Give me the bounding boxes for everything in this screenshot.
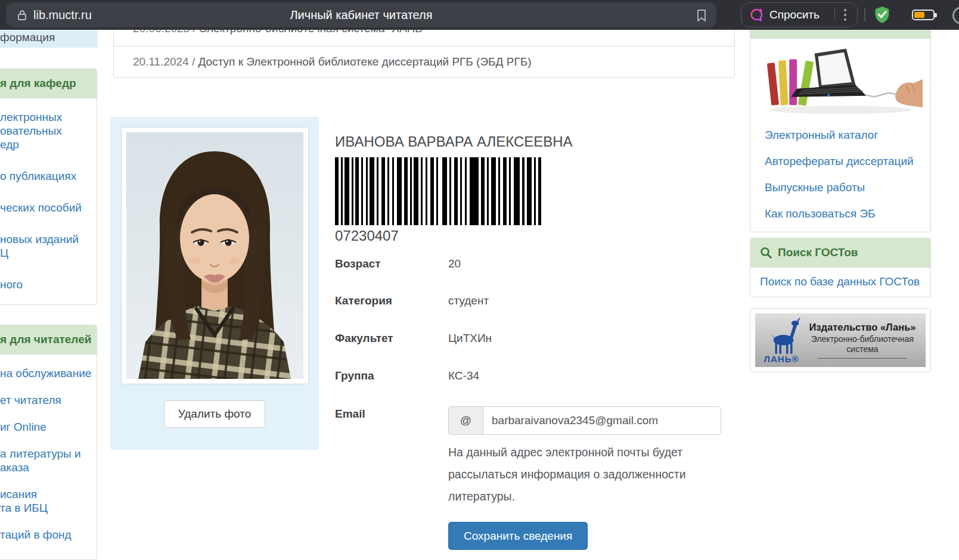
news-title: Доступ к Электронной библиотеке диссерта… [198, 55, 532, 68]
delete-photo-button[interactable]: Удалить фото [164, 400, 265, 428]
news-row[interactable]: 20.11.2024 / Доступ к Электронной библио… [114, 46, 734, 77]
lan-logo: ЛАНЬ® [759, 317, 804, 364]
ask-ai-label: Спросить [769, 8, 820, 21]
field-label-age: Возраст [335, 257, 381, 270]
screen: формация я для кафедр лектронных ователь… [0, 0, 959, 560]
sidebar-item-method-manuals[interactable]: ческих пособий [0, 201, 94, 214]
lan-subtitle: Электронно-библиотечная система [804, 334, 921, 354]
ask-ai-button[interactable]: Спросить [741, 2, 858, 27]
link-e-catalog[interactable]: Электронный каталог [758, 122, 923, 148]
sidebar-header-readers: я для читателей [0, 325, 97, 354]
sidebar-item-new-editions[interactable]: новых изданий Ц [0, 232, 94, 260]
sidebar-item-other[interactable]: ного [0, 278, 94, 291]
profile-avatar-icon[interactable] [952, 7, 959, 24]
browser-toolbar: lib.muctr.ru Личный кабинет читателя Спр… [0, 0, 959, 30]
reader-name: ИВАНОВА ВАРВАРА АЛЕКСЕЕВНА [335, 133, 573, 150]
field-value-group: КС-34 [448, 369, 479, 382]
field-value-category: студент [448, 294, 489, 307]
deer-icon [762, 317, 800, 354]
battery-icon[interactable] [912, 10, 935, 20]
sidebar-item-fund[interactable]: таций в фонд [0, 528, 94, 542]
lan-divider [818, 358, 907, 359]
protect-shield-icon[interactable] [873, 5, 892, 24]
ask-chat-icon [749, 7, 764, 23]
sidebar-header-departments: я для кафедр [0, 69, 97, 98]
page-title: Личный кабинет читателя [6, 8, 716, 22]
news-date: 20.11.2024 / [133, 55, 195, 68]
sidebar-item-reader-card[interactable]: ет читателя [0, 393, 94, 407]
sidebar-item-service[interactable]: на обслуживание [0, 366, 94, 380]
sidebar-item-electronic-resources[interactable]: лектронных овательных едр [0, 110, 94, 151]
laptop-books-image [758, 46, 923, 119]
ask-divider [834, 8, 835, 22]
reader-photo [121, 127, 309, 384]
email-input-group: @ [448, 406, 721, 435]
link-graduate-works[interactable]: Выпускные работы [758, 175, 923, 201]
gost-card: Поиск ГОСТов Поиск по базе данных ГОСТов [750, 238, 931, 297]
lan-title: Издательство «Лань» [804, 322, 921, 333]
link-abstracts[interactable]: Авторефераты диссертаций [758, 148, 923, 175]
lan-banner-card[interactable]: ЛАНЬ® Издательство «Лань» Электронно-биб… [750, 308, 931, 372]
email-at-addon: @ [448, 406, 483, 435]
kebab-menu-icon[interactable] [840, 9, 850, 21]
barcode-number: 07230407 [335, 228, 399, 244]
field-value-age: 20 [448, 257, 461, 270]
gost-header: Поиск ГОСТов [750, 238, 930, 267]
address-bar[interactable]: lib.muctr.ru Личный кабинет читателя [6, 2, 716, 27]
field-label-category: Категория [335, 294, 392, 307]
barcode-image [335, 157, 541, 225]
link-gost-database[interactable]: Поиск по базе данных ГОСТов [750, 267, 930, 297]
search-icon [760, 247, 772, 259]
sidebar-panel-readers: я для читателей на обслуживание ет читат… [0, 325, 97, 560]
catalog-card: Электронный каталог Авторефераты диссерт… [750, 10, 931, 232]
lan-banner[interactable]: ЛАНЬ® Издательство «Лань» Электронно-биб… [755, 313, 926, 367]
sidebar-item-publications[interactable]: о публикациях [0, 169, 94, 183]
photo-panel: Удалить фото [110, 117, 319, 450]
email-label: Email [335, 407, 365, 421]
toolbar-divider [864, 8, 865, 21]
sidebar-item-ibc[interactable]: исания та в ИБЦ [0, 487, 94, 515]
email-input[interactable] [483, 406, 721, 435]
email-note: На данный адрес электронной почты будет … [448, 441, 728, 508]
sidebar-panel-departments: я для кафедр лектронных овательных едр о… [0, 69, 97, 305]
lan-logo-label: ЛАНЬ® [759, 354, 804, 364]
link-how-to-use[interactable]: Как пользоваться ЭБ [758, 201, 923, 227]
field-label-faculty: Факультет [335, 332, 393, 345]
sidebar-item-literature-order[interactable]: а литературы и аказа [0, 447, 94, 474]
field-value-faculty: ЦиТХИн [448, 332, 492, 345]
portrait-image [126, 132, 303, 379]
field-label-group: Группа [335, 369, 374, 382]
save-button[interactable]: Сохранить сведения [448, 522, 588, 550]
sidebar-item-online[interactable]: иг Online [0, 420, 94, 434]
bookmark-icon[interactable] [694, 8, 709, 23]
gost-header-label: Поиск ГОСТов [778, 246, 858, 259]
